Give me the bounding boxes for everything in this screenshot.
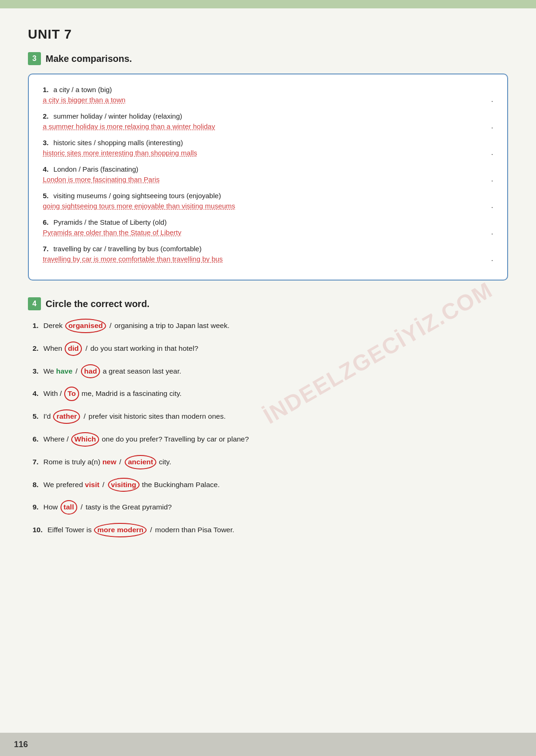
- item-num-7: 7.: [43, 245, 49, 253]
- item-num-5: 5.: [43, 192, 49, 200]
- ci-num-8: 8.: [33, 481, 39, 488]
- item-prompt-1: a city / a town (big): [54, 86, 112, 94]
- section-3-title: Make comparisons.: [46, 54, 132, 64]
- exercise-item-4: 4. London / Paris (fascinating) London i…: [43, 165, 493, 183]
- circled-did: did: [65, 341, 82, 356]
- item-prompt-5: visiting museums / going sightseeing tou…: [54, 192, 221, 200]
- bottom-band: 116: [0, 733, 536, 756]
- answer-text-2: a summer holiday is more relaxing than a…: [43, 122, 489, 130]
- unit-title: UNIT 7: [28, 27, 508, 42]
- exercise-item-3: 3. historic sites / shopping malls (inte…: [43, 139, 493, 157]
- circled-more-modern: more modern: [94, 523, 147, 537]
- circle-item-2: 2. When did / do you start working in th…: [28, 341, 508, 356]
- page-number: 116: [14, 740, 28, 749]
- item-prompt-3: historic sites / shopping malls (interes…: [54, 139, 183, 147]
- ci-num-2: 2.: [33, 344, 39, 352]
- exercise-item-1: 1. a city / a town (big) a city is bigge…: [43, 86, 493, 104]
- circle-item-6: 6. Where / Which one do you prefer? Trav…: [28, 432, 508, 447]
- circle-item-5: 5. I'd rather / prefer visit historic si…: [28, 409, 508, 424]
- section-4-title: Circle the correct word.: [46, 299, 149, 309]
- circled-ancient: ancient: [125, 455, 156, 469]
- answer-line-5: going sightseeing tours more enjoyable t…: [43, 201, 493, 210]
- circle-section: 1. Derek organised / organising a trip t…: [28, 319, 508, 537]
- answer-text-3: historic sites more interesting than sho…: [43, 149, 489, 157]
- answer-text-6: Pyramids are older than the Statue of Li…: [43, 228, 489, 236]
- ci-num-6: 6.: [33, 435, 39, 443]
- exercise-item-6: 6. Pyramids / the Statue of Liberty (old…: [43, 218, 493, 236]
- ci-num-3: 3.: [33, 367, 39, 375]
- exercise-item-5: 5. visiting museums / going sightseeing …: [43, 192, 493, 210]
- item-num-1: 1.: [43, 86, 49, 94]
- exercise-box-3: 1. a city / a town (big) a city is bigge…: [28, 74, 508, 281]
- circled-visiting: visiting: [108, 478, 140, 492]
- circled-to: To: [64, 387, 79, 401]
- circled-organised: organised: [65, 319, 106, 333]
- answer-line-1: a city is bigger than a town .: [43, 95, 493, 104]
- answer-line-7: travelling by car is more comfortable th…: [43, 254, 493, 263]
- exercise-item-7: 7. travelling by car / travelling by bus…: [43, 245, 493, 263]
- answer-line-3: historic sites more interesting than sho…: [43, 148, 493, 157]
- item-prompt-4: London / Paris (fascinating): [54, 165, 139, 173]
- answer-line-4: London is more fascinating than Paris .: [43, 175, 493, 183]
- circle-item-8: 8. We prefered visit / visiting the Buck…: [28, 478, 508, 492]
- item-prompt-7: travelling by car / travelling by bus (c…: [54, 245, 201, 253]
- item-num-3: 3.: [43, 139, 49, 147]
- green-have: have: [56, 367, 73, 375]
- answer-text-7: travelling by car is more comfortable th…: [43, 255, 489, 263]
- item-num-4: 4.: [43, 165, 49, 173]
- item-prompt-6: Pyramids / the Statue of Liberty (old): [54, 218, 167, 226]
- item-num-2: 2.: [43, 112, 49, 120]
- circle-item-9: 9. How tall / tasty is the Great pyramid…: [28, 500, 508, 515]
- answer-text-1: a city is bigger than a town: [43, 96, 489, 104]
- circled-tall: tall: [60, 500, 77, 515]
- ci-num-9: 9.: [33, 503, 39, 511]
- top-band: [0, 0, 536, 8]
- ci-num-7: 7.: [33, 458, 39, 466]
- section-3-header: 3 Make comparisons.: [28, 52, 508, 65]
- highlight-visit: visit: [85, 481, 100, 488]
- circle-item-1: 1. Derek organised / organising a trip t…: [28, 319, 508, 333]
- answer-text-4: London is more fascinating than Paris: [43, 175, 489, 183]
- section-3-number: 3: [28, 52, 41, 65]
- circle-item-4: 4. With / To me, Madrid is a fascinating…: [28, 387, 508, 401]
- ci-num-5: 5.: [33, 412, 39, 420]
- circled-which: Which: [71, 432, 100, 447]
- exercise-item-2: 2. summer holiday / winter holiday (rela…: [43, 112, 493, 130]
- circle-item-10: 10. Eiffel Tower is more modern / modern…: [28, 523, 508, 537]
- answer-text-5: going sightseeing tours more enjoyable t…: [43, 202, 489, 210]
- circle-item-3: 3. We have / had a great season last yea…: [28, 364, 508, 379]
- circle-item-7: 7. Rome is truly a(n) new / ancient city…: [28, 455, 508, 469]
- answer-line-6: Pyramids are older than the Statue of Li…: [43, 228, 493, 236]
- item-num-6: 6.: [43, 218, 49, 226]
- ci-num-4: 4.: [33, 389, 39, 397]
- ci-num-1: 1.: [33, 321, 39, 329]
- section-4-header: 4 Circle the correct word.: [28, 297, 508, 310]
- circled-had: had: [81, 364, 100, 379]
- answer-line-2: a summer holiday is more relaxing than a…: [43, 122, 493, 130]
- ci-num-10: 10.: [33, 526, 43, 534]
- highlight-new: new: [102, 458, 116, 466]
- section-4-number: 4: [28, 297, 41, 310]
- item-prompt-2: summer holiday / winter holiday (relaxin…: [54, 112, 182, 120]
- page: İNDEELZGECİYİZ.COM UNIT 7 3 Make compari…: [0, 0, 536, 756]
- circled-rather: rather: [53, 409, 80, 424]
